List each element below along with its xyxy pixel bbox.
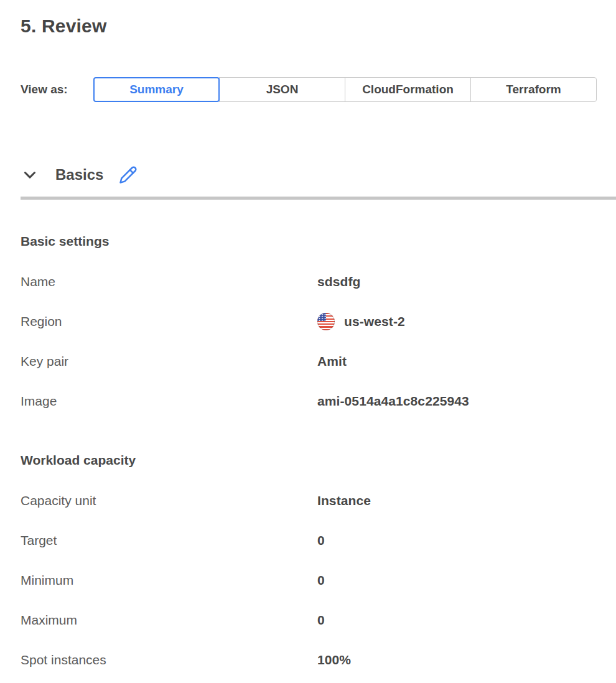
row-label: Image bbox=[21, 394, 317, 409]
row-maximum: Maximum 0 bbox=[0, 600, 616, 640]
row-key-pair: Key pair Amit bbox=[0, 342, 616, 381]
view-as-label: View as: bbox=[21, 83, 93, 96]
tab-terraform[interactable]: Terraform bbox=[470, 77, 597, 102]
group-heading-workload-capacity: Workload capacity bbox=[21, 452, 616, 468]
row-value: 100% bbox=[317, 653, 351, 667]
tab-summary[interactable]: Summary bbox=[93, 77, 220, 102]
row-value: 0 bbox=[317, 573, 325, 588]
row-value: us-west-2 bbox=[317, 313, 405, 330]
row-spot-instances: Spot instances 100% bbox=[0, 640, 616, 680]
row-name: Name sdsdfg bbox=[0, 262, 616, 302]
row-capacity-unit: Capacity unit Instance bbox=[0, 481, 616, 521]
row-label: Capacity unit bbox=[21, 493, 317, 508]
row-value: ami-0514a4a1c8c225943 bbox=[317, 394, 469, 409]
basics-section-title: Basics bbox=[55, 166, 103, 184]
row-region: Region us-west-2 bbox=[0, 302, 616, 342]
row-value: 0 bbox=[317, 613, 325, 628]
row-minimum: Minimum 0 bbox=[0, 560, 616, 600]
row-label: Minimum bbox=[21, 573, 317, 588]
row-label: Region bbox=[21, 314, 317, 329]
row-value: 0 bbox=[317, 533, 325, 548]
edit-pencil-icon[interactable] bbox=[119, 165, 138, 184]
chevron-down-icon[interactable] bbox=[21, 166, 39, 184]
basics-section-divider bbox=[21, 197, 616, 200]
workload-capacity-rows: Capacity unit Instance Target 0 Minimum … bbox=[0, 481, 616, 680]
region-value-text: us-west-2 bbox=[344, 314, 405, 329]
row-target: Target 0 bbox=[0, 521, 616, 560]
view-as-tab-group: Summary JSON CloudFormation Terraform bbox=[93, 77, 597, 102]
group-heading-basic-settings: Basic settings bbox=[21, 233, 616, 249]
basics-section-header[interactable]: Basics bbox=[21, 164, 616, 185]
us-flag-icon bbox=[317, 313, 335, 330]
tab-json[interactable]: JSON bbox=[219, 77, 345, 102]
row-value: sdsdfg bbox=[317, 274, 360, 289]
basic-settings-rows: Name sdsdfg Region us-west-2 Key pair Am… bbox=[0, 262, 616, 421]
row-value: Amit bbox=[317, 354, 347, 369]
row-label: Spot instances bbox=[21, 653, 317, 667]
row-value: Instance bbox=[317, 493, 371, 508]
row-label: Key pair bbox=[21, 354, 317, 369]
review-page: 5. Review View as: Summary JSON CloudFor… bbox=[0, 14, 616, 683]
row-image: Image ami-0514a4a1c8c225943 bbox=[0, 381, 616, 421]
row-label: Name bbox=[21, 274, 317, 289]
row-label: Target bbox=[21, 533, 317, 548]
tab-cloudformation[interactable]: CloudFormation bbox=[345, 77, 471, 102]
row-label: Maximum bbox=[21, 613, 317, 628]
view-as-row: View as: Summary JSON CloudFormation Ter… bbox=[21, 77, 616, 102]
page-title: 5. Review bbox=[21, 14, 616, 39]
